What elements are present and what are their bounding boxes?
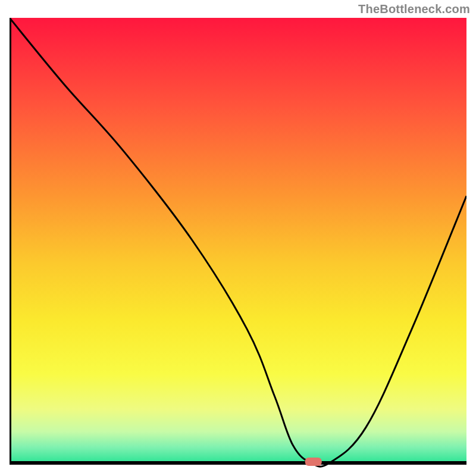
- optimal-marker: [305, 458, 322, 466]
- attribution-text: TheBottleneck.com: [358, 2, 470, 16]
- bottleneck-chart: [10, 18, 466, 470]
- plot-background: [10, 18, 466, 463]
- chart-svg: [10, 18, 466, 470]
